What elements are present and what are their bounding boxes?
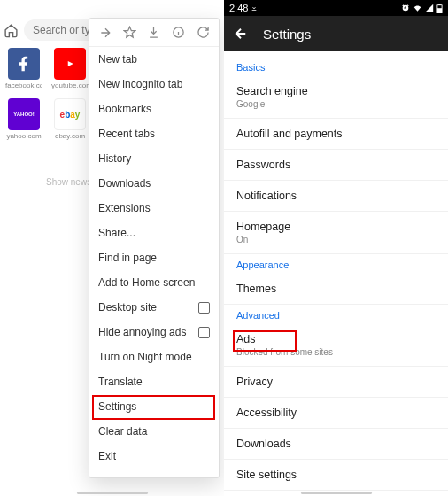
settings-title: Settings [263, 27, 311, 42]
menu-item-history[interactable]: History [89, 146, 219, 171]
checkbox-icon[interactable] [198, 327, 210, 338]
menu-item-recent-tabs[interactable]: Recent tabs [89, 121, 219, 146]
menu-item-downloads[interactable]: Downloads [89, 171, 219, 196]
menu-item-settings[interactable]: Settings [89, 394, 219, 419]
tile-label: ebay.com [55, 132, 85, 140]
row-accessibility[interactable]: Accessibility [224, 398, 448, 429]
section-appearance: Appearance [224, 254, 448, 274]
row-autofill[interactable]: Autofill and payments [224, 119, 448, 150]
speeddial-item[interactable]: youtube.com [51, 48, 89, 89]
left-screen: 2:48 facebook.co.. [0, 0, 224, 496]
menu-item-night-mode[interactable]: Turn on Night mode [89, 345, 219, 369]
menu-toolbar [89, 19, 219, 47]
settings-header: Settings [224, 16, 448, 51]
menu-item-desktop-site[interactable]: Desktop site [89, 295, 219, 320]
row-privacy[interactable]: Privacy [224, 367, 448, 398]
show-news-label[interactable]: Show news [46, 177, 91, 187]
overflow-menu: New tab New incognito tab Bookmarks Rece… [89, 18, 220, 478]
menu-item-translate[interactable]: Translate [89, 369, 219, 394]
signal-icon [425, 4, 434, 12]
wifi-icon [413, 4, 422, 12]
row-search-engine[interactable]: Search engine Google [224, 76, 448, 119]
settings-list[interactable]: Basics Search engine Google Autofill and… [224, 51, 448, 496]
speeddial-item[interactable]: YAHOO! yahoo.com [5, 98, 42, 140]
right-screen: 2:48 Settings Basics Search engine [224, 0, 448, 496]
status-bar: 2:48 [224, 0, 448, 16]
download-icon[interactable] [145, 24, 163, 42]
battery-icon [436, 4, 443, 13]
forward-icon[interactable] [97, 24, 114, 42]
section-advanced: Advanced [224, 305, 448, 324]
row-homepage[interactable]: Homepage On [224, 212, 448, 254]
row-downloads[interactable]: Downloads [224, 429, 448, 460]
row-ads[interactable]: Ads Blocked from some sites [224, 324, 448, 367]
menu-item-new-tab[interactable]: New tab [89, 47, 219, 72]
menu-item-extensions[interactable]: Extensions [89, 196, 219, 221]
tile-label: yahoo.com [6, 132, 41, 140]
menu-item-clear-data[interactable]: Clear data [89, 419, 219, 444]
reload-icon[interactable] [194, 24, 212, 42]
alarm-icon [401, 4, 410, 12]
menu-item-share[interactable]: Share... [89, 221, 219, 245]
section-basics: Basics [224, 57, 448, 76]
info-icon[interactable] [170, 24, 188, 42]
row-themes[interactable]: Themes [224, 274, 448, 305]
speeddial-item[interactable]: ebay ebay.com [51, 98, 89, 140]
row-site-settings[interactable]: Site settings [224, 460, 448, 491]
star-icon[interactable] [120, 24, 138, 42]
speeddial: facebook.co.. youtube.com YAHOO! yahoo.c… [5, 48, 89, 140]
menu-item-new-incognito[interactable]: New incognito tab [89, 72, 219, 97]
nav-pill [224, 492, 448, 494]
checkbox-icon[interactable] [198, 302, 210, 314]
menu-item-bookmarks[interactable]: Bookmarks [89, 97, 219, 121]
svg-rect-7 [437, 5, 441, 8]
menu-item-exit[interactable]: Exit [89, 444, 219, 469]
svg-rect-6 [438, 4, 440, 5]
status-time: 2:48 [229, 3, 248, 13]
home-icon[interactable] [4, 23, 19, 38]
tile-label: youtube.com [51, 81, 89, 89]
back-icon[interactable] [233, 26, 249, 42]
speeddial-item[interactable]: facebook.co.. [5, 48, 42, 89]
row-passwords[interactable]: Passwords [224, 150, 448, 181]
download-icon [251, 3, 258, 13]
nav-pill [0, 492, 224, 494]
menu-item-find[interactable]: Find in page [89, 245, 219, 270]
menu-item-add-home[interactable]: Add to Home screen [89, 270, 219, 295]
menu-item-hide-ads[interactable]: Hide annoying ads [89, 320, 219, 345]
tile-label: facebook.co.. [5, 81, 42, 89]
row-notifications[interactable]: Notifications [224, 181, 448, 212]
